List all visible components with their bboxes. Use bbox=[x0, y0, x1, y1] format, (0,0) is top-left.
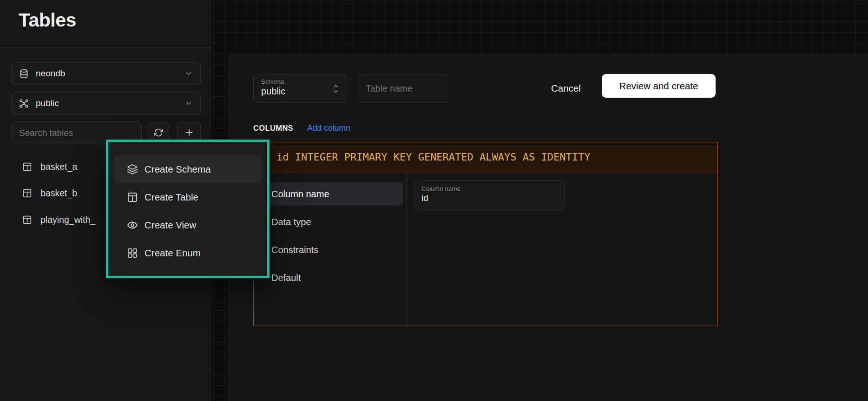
schema-select[interactable]: public bbox=[11, 92, 201, 115]
create-context-menu-list: Create Schema Create Table Create View bbox=[108, 142, 267, 272]
table-icon bbox=[22, 162, 32, 172]
sidebar-title: Tables bbox=[19, 9, 76, 31]
menu-item-label: Create Schema bbox=[145, 164, 210, 175]
schema-dropdown-label: Schema bbox=[261, 78, 339, 85]
create-context-menu: Create Schema Create Table Create View bbox=[106, 140, 270, 278]
plus-icon bbox=[184, 127, 194, 138]
create-table-panel: Schema public Cancel Review and create C… bbox=[228, 53, 868, 401]
sidebar-divider bbox=[0, 47, 211, 48]
menu-item-label: Create Table bbox=[145, 192, 198, 203]
app-screen: Tables neondb bbox=[0, 0, 868, 401]
columns-header-row: COLUMNS Add column bbox=[253, 123, 350, 133]
database-select-value: neondb bbox=[36, 68, 65, 79]
cancel-button[interactable]: Cancel bbox=[546, 78, 585, 99]
table-name: playing_with_ bbox=[40, 214, 95, 225]
database-icon bbox=[19, 69, 29, 79]
column-editor-body: Column name Data type Constraints Defaul… bbox=[254, 172, 717, 326]
menu-item-create-table[interactable]: Create Table bbox=[114, 183, 261, 211]
menu-item-label: Create View bbox=[145, 220, 196, 231]
table-icon bbox=[22, 188, 32, 198]
chevron-down-icon bbox=[184, 99, 193, 107]
table-icon bbox=[127, 192, 138, 203]
menu-item-create-view[interactable]: Create View bbox=[114, 211, 261, 239]
menu-item-create-schema[interactable]: Create Schema bbox=[114, 155, 261, 183]
column-editor-form: Column name id bbox=[407, 172, 717, 326]
column-sql-row[interactable]: id INTEGER PRIMARY KEY GENERATED ALWAYS … bbox=[254, 142, 717, 172]
chevron-down-icon bbox=[184, 69, 193, 78]
table-name: basket_a bbox=[40, 161, 77, 172]
columns-section-label: COLUMNS bbox=[253, 124, 293, 133]
add-column-link[interactable]: Add column bbox=[307, 123, 350, 133]
menu-item-create-enum[interactable]: Create Enum bbox=[114, 239, 261, 267]
column-editor: id INTEGER PRIMARY KEY GENERATED ALWAYS … bbox=[253, 142, 718, 326]
nav-item-column-name[interactable]: Column name bbox=[257, 182, 403, 206]
database-select[interactable]: neondb bbox=[11, 62, 201, 85]
table-icon bbox=[22, 215, 32, 225]
schema-icon bbox=[19, 99, 29, 108]
nav-item-default[interactable]: Default bbox=[257, 266, 403, 289]
table-name-input[interactable] bbox=[358, 74, 449, 103]
column-name-field-label: Column name bbox=[421, 185, 558, 192]
column-name-field-value: id bbox=[421, 193, 558, 203]
nav-item-data-type[interactable]: Data type bbox=[257, 210, 403, 234]
table-name: basket_b bbox=[40, 188, 77, 199]
chevron-updown-icon bbox=[332, 84, 339, 94]
schema-select-value: public bbox=[36, 98, 59, 108]
menu-item-label: Create Enum bbox=[145, 247, 201, 259]
nav-item-constraints[interactable]: Constraints bbox=[257, 238, 403, 261]
refresh-icon bbox=[154, 128, 163, 137]
eye-icon bbox=[127, 220, 138, 231]
schema-dropdown-value: public bbox=[261, 86, 339, 97]
grid-icon bbox=[127, 247, 138, 259]
review-and-create-button[interactable]: Review and create bbox=[602, 74, 716, 98]
schema-dropdown[interactable]: Schema public bbox=[253, 74, 346, 103]
layers-icon bbox=[127, 164, 138, 175]
column-sql-text: id INTEGER PRIMARY KEY GENERATED ALWAYS … bbox=[276, 151, 591, 163]
column-name-field[interactable]: Column name id bbox=[414, 180, 565, 210]
column-editor-nav: Column name Data type Constraints Defaul… bbox=[254, 172, 407, 326]
